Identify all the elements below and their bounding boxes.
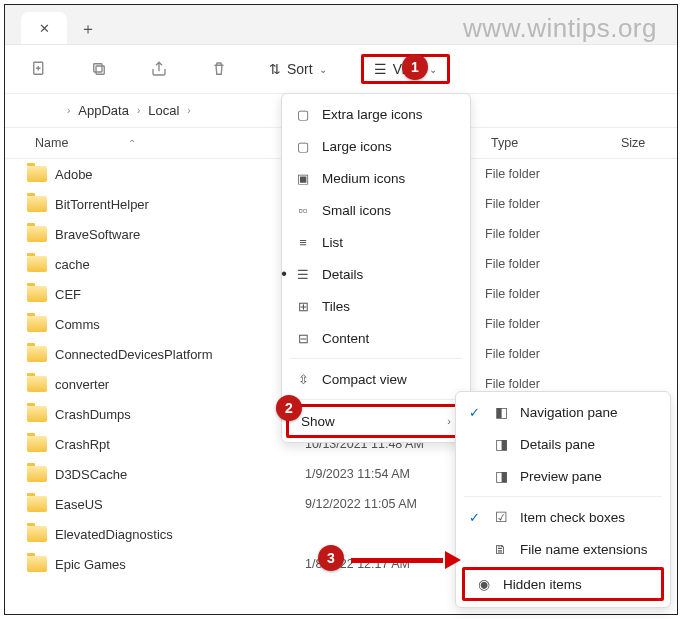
folder-icon	[27, 496, 47, 512]
file-type: File folder	[485, 197, 615, 211]
grid-icon: ▢	[294, 139, 312, 154]
file-name: Adobe	[55, 167, 305, 182]
file-name: EaseUS	[55, 497, 305, 512]
chevron-down-icon: ⌄	[319, 64, 327, 75]
details-icon: ☰	[294, 267, 312, 282]
menu-navigation-pane[interactable]: ✓◧Navigation pane	[456, 396, 670, 428]
menu-large-icons[interactable]: ▢Large icons	[282, 130, 470, 162]
svg-rect-1	[96, 66, 104, 74]
chevron-down-icon: ⌄	[429, 64, 437, 75]
file-name: Comms	[55, 317, 305, 332]
file-type: File folder	[485, 377, 615, 391]
folder-icon	[27, 316, 47, 332]
file-type: File folder	[485, 257, 615, 271]
menu-compact-view[interactable]: ⇳Compact view	[282, 363, 470, 395]
small-grid-icon: ▫▫	[294, 203, 312, 218]
chevron-right-icon: ›	[447, 415, 451, 427]
file-type: File folder	[485, 287, 615, 301]
copy-button[interactable]	[83, 53, 115, 85]
folder-icon	[27, 376, 47, 392]
menu-hidden-items[interactable]: ◉Hidden items	[462, 567, 664, 601]
file-type: File folder	[485, 227, 615, 241]
folder-icon	[27, 166, 47, 182]
file-name: D3DSCache	[55, 467, 305, 482]
sort-icon: ⇅	[269, 61, 281, 77]
sort-label: Sort	[287, 61, 313, 77]
folder-icon	[27, 226, 47, 242]
pane-icon: ◧	[492, 404, 510, 420]
list-icon: ☰	[374, 61, 387, 77]
new-tab-button[interactable]: ＋	[73, 14, 103, 44]
chevron-right-icon: ›	[137, 105, 140, 116]
menu-details[interactable]: •☰Details	[282, 258, 470, 290]
file-name: cache	[55, 257, 305, 272]
file-name: BraveSoftware	[55, 227, 305, 242]
file-name: Epic Games	[55, 557, 305, 572]
menu-details-pane[interactable]: ◨Details pane	[456, 428, 670, 460]
check-icon: ✓	[466, 510, 482, 525]
pane-icon: ◨	[492, 436, 510, 452]
folder-icon	[27, 466, 47, 482]
folder-icon	[27, 346, 47, 362]
menu-preview-pane[interactable]: ◨Preview pane	[456, 460, 670, 492]
check-icon: ✓	[466, 405, 482, 420]
file-name: CEF	[55, 287, 305, 302]
menu-list[interactable]: ≡List	[282, 226, 470, 258]
breadcrumb-appdata[interactable]: AppData	[78, 103, 129, 118]
menu-show[interactable]: Show›	[286, 404, 466, 438]
eye-icon: ◉	[475, 576, 493, 592]
folder-icon	[27, 286, 47, 302]
menu-medium-icons[interactable]: ▣Medium icons	[282, 162, 470, 194]
medium-grid-icon: ▣	[294, 171, 312, 186]
pane-icon: ◨	[492, 468, 510, 484]
toolbar: ⇅ Sort ⌄ ☰ View ⌄	[5, 45, 677, 93]
checkbox-icon: ☑	[492, 509, 510, 525]
chevron-right-icon: ›	[67, 105, 70, 116]
file-name: CrashRpt	[55, 437, 305, 452]
file-type: File folder	[485, 167, 615, 181]
view-menu: ▢Extra large icons ▢Large icons ▣Medium …	[281, 93, 471, 443]
file-name: ElevatedDiagnostics	[55, 527, 305, 542]
delete-button[interactable]	[203, 53, 235, 85]
svg-rect-2	[94, 64, 102, 72]
new-item-button[interactable]	[23, 53, 55, 85]
file-name: CrashDumps	[55, 407, 305, 422]
annotation-1: 1	[402, 54, 428, 80]
menu-extra-large-icons[interactable]: ▢Extra large icons	[282, 98, 470, 130]
share-button[interactable]	[143, 53, 175, 85]
file-name: BitTorrentHelper	[55, 197, 305, 212]
folder-icon	[27, 406, 47, 422]
folder-icon	[27, 256, 47, 272]
menu-file-extensions[interactable]: 🗎File name extensions	[456, 533, 670, 565]
tab-bar: ✕ ＋	[5, 5, 677, 45]
file-name: ConnectedDevicesPlatform	[55, 347, 305, 362]
file-icon: 🗎	[492, 542, 510, 557]
menu-tiles[interactable]: ⊞Tiles	[282, 290, 470, 322]
col-size-header[interactable]: Size	[615, 136, 677, 150]
content-icon: ⊟	[294, 331, 312, 346]
breadcrumb-local[interactable]: Local	[148, 103, 179, 118]
sort-asc-icon: ⌃	[128, 138, 136, 149]
col-name-header[interactable]: Name	[35, 136, 68, 150]
annotation-2: 2	[276, 395, 302, 421]
annotation-3: 3	[318, 545, 344, 571]
folder-icon	[27, 556, 47, 572]
menu-small-icons[interactable]: ▫▫Small icons	[282, 194, 470, 226]
folder-icon	[27, 436, 47, 452]
list-icon: ≡	[294, 235, 312, 250]
folder-icon	[27, 196, 47, 212]
file-name: converter	[55, 377, 305, 392]
tab-current[interactable]: ✕	[21, 12, 67, 44]
close-icon[interactable]: ✕	[39, 21, 50, 36]
large-grid-icon: ▢	[294, 107, 312, 122]
col-type-header[interactable]: Type	[485, 136, 615, 150]
chevron-right-icon: ›	[187, 105, 190, 116]
sort-button[interactable]: ⇅ Sort ⌄	[263, 57, 333, 81]
file-type: File folder	[485, 347, 615, 361]
show-submenu: ✓◧Navigation pane ◨Details pane ◨Preview…	[455, 391, 671, 608]
annotation-arrow	[351, 553, 461, 567]
menu-item-checkboxes[interactable]: ✓☑Item check boxes	[456, 501, 670, 533]
menu-content[interactable]: ⊟Content	[282, 322, 470, 354]
folder-icon	[27, 526, 47, 542]
file-type: File folder	[485, 317, 615, 331]
